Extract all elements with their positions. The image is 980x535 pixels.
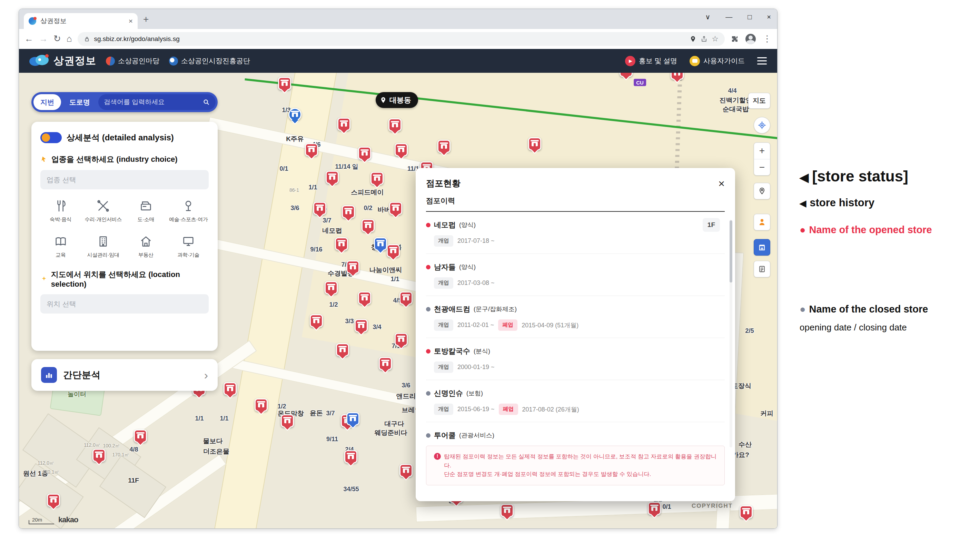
- store-marker-red[interactable]: [134, 430, 147, 443]
- store-marker-red[interactable]: [278, 77, 291, 90]
- store-list-item[interactable]: 남자들(양식)개업2017-03-08 ~: [426, 254, 725, 296]
- store-marker-red[interactable]: [358, 146, 371, 160]
- category-lodging-food[interactable]: 숙박·음식: [40, 199, 81, 223]
- store-marker-red[interactable]: [740, 505, 752, 518]
- map-canvas[interactable]: 대봉동 지번 도로명 상세분석 (detailed analysis): [19, 73, 777, 529]
- store-marker-red[interactable]: [326, 171, 339, 184]
- category-retail[interactable]: 도·소매: [126, 199, 166, 223]
- link-sbiz-madang[interactable]: 소상공인마당: [106, 56, 159, 65]
- store-list-item[interactable]: 신명인슈(보험)개업2015-06-19 ~폐업2017-08-02 (26개월…: [426, 380, 725, 422]
- map-type-button[interactable]: 지도: [748, 93, 770, 109]
- reload-icon[interactable]: ↻: [54, 33, 61, 44]
- url-bar[interactable]: sg.sbiz.or.kr/godo/analysis.sg ☆: [78, 32, 725, 46]
- store-marker-red[interactable]: [395, 143, 408, 156]
- new-tab-button[interactable]: +: [143, 14, 149, 25]
- store-marker-red[interactable]: [389, 202, 402, 215]
- store-layer-button[interactable]: [754, 239, 770, 256]
- maximize-button[interactable]: □: [748, 13, 752, 21]
- extensions-puzzle-icon[interactable]: [730, 35, 738, 43]
- store-marker-red[interactable]: [361, 219, 375, 232]
- location-permission-icon[interactable]: [690, 35, 697, 43]
- store-marker-red[interactable]: [224, 382, 237, 395]
- store-marker-red[interactable]: [355, 319, 368, 332]
- store-list-button[interactable]: [754, 261, 770, 277]
- store-marker-red[interactable]: [671, 73, 684, 80]
- store-marker-red[interactable]: [47, 494, 60, 507]
- hamburger-menu-icon[interactable]: [757, 57, 767, 65]
- modal-scrollbar-thumb[interactable]: [730, 220, 732, 282]
- store-marker-red[interactable]: [337, 118, 350, 131]
- simple-analysis-card[interactable]: 간단분석 ›: [32, 359, 218, 391]
- store-list-item[interactable]: 네모펍(양식)1F개업2017-07-18 ~: [426, 212, 725, 254]
- store-marker-red[interactable]: [399, 464, 412, 477]
- back-icon[interactable]: ←: [24, 33, 33, 44]
- gas-station-marker[interactable]: [288, 108, 301, 121]
- store-marker-blue[interactable]: [374, 237, 387, 250]
- store-marker-red[interactable]: [528, 137, 541, 150]
- user-guide-button[interactable]: 사용자가이드: [690, 56, 745, 66]
- search-input[interactable]: [104, 98, 200, 106]
- store-marker-red[interactable]: [388, 118, 401, 131]
- current-location-button[interactable]: [754, 117, 770, 134]
- store-marker-red[interactable]: [395, 333, 408, 346]
- store-list-item[interactable]: 천광애드컴(문구/잡화제조)개업2011-02-01 ~폐업2015-04-09…: [426, 296, 725, 338]
- zoom-out-button[interactable]: −: [754, 159, 770, 175]
- store-marker-red[interactable]: [336, 343, 349, 356]
- store-list-item[interactable]: 투어쿨(관광서비스): [426, 422, 725, 440]
- store-marker-red[interactable]: [371, 172, 383, 185]
- roadview-button[interactable]: [754, 214, 770, 231]
- store-marker-red[interactable]: [346, 260, 360, 274]
- store-marker-red[interactable]: [501, 504, 514, 517]
- zoom-in-button[interactable]: +: [754, 143, 770, 159]
- menu-kebab-icon[interactable]: ⋮: [763, 33, 772, 44]
- url-text[interactable]: sg.sbiz.or.kr/godo/analysis.sg: [94, 35, 686, 43]
- category-facility-rental[interactable]: 시설관리·임대: [83, 234, 124, 258]
- tab-close-icon[interactable]: ×: [129, 17, 133, 25]
- store-marker-red[interactable]: [358, 291, 371, 304]
- store-marker-red[interactable]: [379, 357, 392, 370]
- store-marker-red[interactable]: [335, 237, 348, 250]
- store-list[interactable]: 네모펍(양식)1F개업2017-07-18 ~남자들(양식)개업2017-03-…: [426, 212, 725, 440]
- bookmark-star-icon[interactable]: ☆: [712, 35, 719, 43]
- store-marker-red[interactable]: [344, 450, 357, 463]
- store-marker-red[interactable]: [305, 143, 318, 156]
- category-science-tech[interactable]: 과학·기술: [168, 234, 209, 258]
- close-window-button[interactable]: ×: [767, 13, 771, 21]
- minimize-button[interactable]: —: [725, 13, 732, 21]
- location-select-field[interactable]: [40, 294, 209, 314]
- search-icon[interactable]: [202, 98, 210, 106]
- store-marker-red[interactable]: [325, 281, 338, 294]
- share-icon[interactable]: [701, 35, 708, 43]
- category-real-estate[interactable]: 부동산: [126, 234, 166, 258]
- store-marker-red[interactable]: [619, 73, 633, 77]
- modal-close-icon[interactable]: ×: [718, 178, 725, 189]
- store-marker-blue[interactable]: [346, 412, 360, 425]
- store-marker-red[interactable]: [255, 398, 268, 411]
- store-history-tab[interactable]: 점포이력: [426, 196, 725, 212]
- industry-select-field[interactable]: [40, 170, 209, 189]
- jibun-toggle[interactable]: 지번: [33, 94, 61, 110]
- site-logo[interactable]: 상권정보: [29, 54, 96, 68]
- modal-scrollbar[interactable]: [730, 220, 732, 447]
- category-repair-services[interactable]: 수리·개인서비스: [83, 199, 124, 223]
- link-semas[interactable]: 소상공인시장진흥공단: [169, 56, 250, 65]
- store-marker-red[interactable]: [313, 202, 326, 215]
- category-arts-sports[interactable]: 예술·스포츠·여가: [168, 199, 209, 223]
- store-marker-red[interactable]: [342, 205, 355, 218]
- promo-button[interactable]: ▶ 홍보 및 설명: [625, 56, 677, 66]
- store-marker-red[interactable]: [438, 140, 450, 153]
- home-icon[interactable]: ⌂: [67, 33, 72, 44]
- pin-tool-button[interactable]: [754, 183, 770, 199]
- profile-avatar[interactable]: [745, 34, 756, 44]
- store-marker-red[interactable]: [281, 414, 294, 427]
- store-marker-red[interactable]: [399, 291, 412, 304]
- store-marker-red[interactable]: [648, 502, 661, 515]
- forward-icon[interactable]: →: [39, 33, 48, 44]
- tab-search-icon[interactable]: ∨: [705, 13, 711, 21]
- store-list-item[interactable]: 토방칼국수(분식)개업2000-01-19 ~: [426, 338, 725, 380]
- store-marker-red[interactable]: [310, 314, 323, 327]
- detail-analysis-toggle[interactable]: [40, 132, 62, 143]
- browser-tab[interactable]: 상권정보 ×: [24, 13, 138, 29]
- store-marker-red[interactable]: [92, 449, 105, 462]
- store-marker-red[interactable]: [387, 244, 400, 257]
